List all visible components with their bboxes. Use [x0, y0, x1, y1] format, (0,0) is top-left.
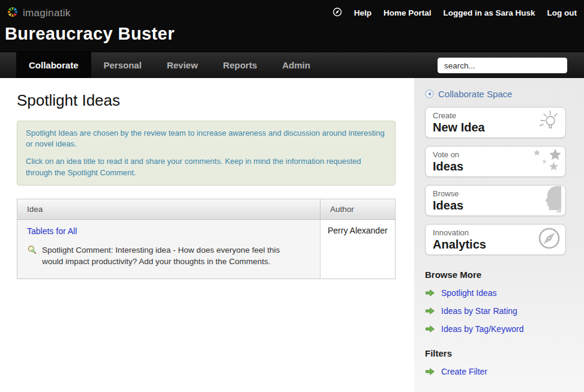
collapse-icon[interactable]: [425, 89, 434, 98]
green-arrow-icon: [425, 367, 435, 376]
green-arrow-icon: [425, 307, 435, 315]
tab-personal[interactable]: Personal: [91, 52, 154, 78]
column-header-idea: Idea: [17, 199, 321, 219]
table-row: Tablets for All Spotlight Comment: Inter: [17, 219, 396, 279]
home-portal-link[interactable]: Home Portal: [384, 8, 432, 17]
filters-heading: Filters: [425, 348, 567, 358]
content-area: Spotlight Ideas Spotlight Ideas are chos…: [0, 78, 584, 392]
spotlight-comment: Spotlight Comment: Interesting idea - Ho…: [27, 244, 300, 268]
create-filter-link[interactable]: Create Filter: [425, 367, 567, 376]
table-header-row: Idea Author: [17, 199, 396, 219]
logout-link[interactable]: Log out: [547, 8, 577, 17]
compass-icon[interactable]: [333, 7, 342, 19]
info-box: Spotlight Ideas are chosen by the review…: [17, 121, 396, 185]
green-arrow-icon: [425, 325, 435, 333]
idea-cell: Tablets for All Spotlight Comment: Inter: [17, 219, 321, 279]
spotlight-ideas-link[interactable]: Spotlight Ideas: [425, 288, 567, 298]
ideas-by-star-rating-link[interactable]: Ideas by Star Rating: [425, 306, 567, 316]
app-window: imaginatik Help Home Portal Logged in as…: [0, 0, 584, 392]
primary-nav: Collaborate Personal Review Reports Admi…: [0, 52, 584, 78]
silhouette-icon: [537, 186, 561, 215]
tab-admin[interactable]: Admin: [269, 52, 323, 78]
main-panel: Spotlight Ideas Spotlight Ideas are chos…: [0, 78, 414, 392]
header: imaginatik Help Home Portal Logged in as…: [0, 0, 584, 52]
sidebar: Collaborate Space Create New Idea: [414, 78, 584, 392]
vote-on-ideas-button[interactable]: Vote on Ideas: [425, 146, 566, 177]
utility-nav: Help Home Portal Logged in as Sara Husk …: [333, 7, 577, 19]
idea-link[interactable]: Tablets for All: [27, 226, 77, 236]
lightbulb-icon: [536, 109, 561, 136]
collaborate-space-title: Collaborate Space: [438, 89, 512, 99]
ideas-by-tag-keyword-link[interactable]: Ideas by Tag/Keyword: [425, 324, 567, 334]
collaborate-space-header[interactable]: Collaborate Space: [425, 89, 567, 99]
browse-ideas-button[interactable]: Browse Ideas: [425, 185, 566, 216]
brand-logo[interactable]: imaginatik: [6, 5, 71, 21]
info-paragraph: Spotlight Ideas are chosen by the review…: [26, 128, 387, 149]
author-cell: Perry Alexander: [321, 219, 396, 279]
browse-more-heading: Browse More: [425, 270, 567, 280]
tab-reports[interactable]: Reports: [211, 52, 270, 78]
search-container: [438, 58, 567, 73]
page-title: Spotlight Ideas: [17, 91, 414, 110]
spotlight-comment-text: Spotlight Comment: Interesting idea - Ho…: [42, 244, 300, 268]
compass-icon: [537, 226, 561, 253]
logged-in-text: Logged in as Sara Husk: [443, 8, 535, 17]
stars-icon: [532, 148, 561, 175]
search-input[interactable]: [438, 58, 567, 73]
magnifier-plus-icon: [27, 245, 37, 255]
spotlight-ideas-table: Idea Author Tablets for All: [17, 199, 396, 279]
imaginatik-starburst-icon: [6, 5, 19, 21]
app-title: Bureaucracy Buster: [5, 24, 175, 44]
innovation-analytics-button[interactable]: Innovation Analytics: [425, 224, 566, 255]
column-header-author: Author: [321, 199, 396, 219]
green-arrow-icon: [425, 289, 435, 297]
info-paragraph: Click on an idea title to read it and sh…: [26, 156, 387, 178]
tab-collaborate[interactable]: Collaborate: [16, 52, 91, 78]
help-link[interactable]: Help: [354, 8, 372, 17]
create-new-idea-button[interactable]: Create New Idea: [425, 107, 566, 138]
brand-logo-text: imaginatik: [23, 7, 71, 19]
tab-review[interactable]: Review: [154, 52, 211, 78]
